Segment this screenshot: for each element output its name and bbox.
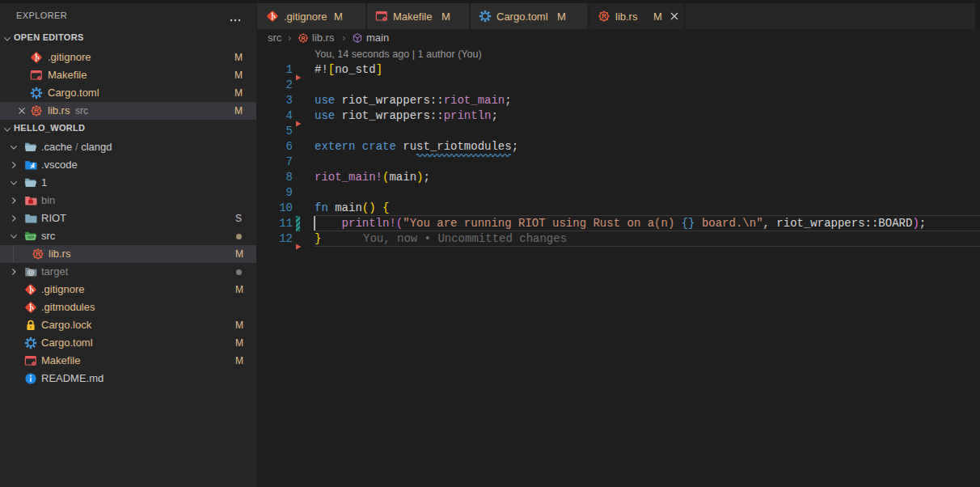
svg-text:R: R <box>34 107 39 115</box>
svg-text:R: R <box>602 12 606 20</box>
svg-text:</>: </> <box>27 235 34 239</box>
svg-text:R: R <box>36 250 40 258</box>
svg-text:R: R <box>301 35 306 42</box>
